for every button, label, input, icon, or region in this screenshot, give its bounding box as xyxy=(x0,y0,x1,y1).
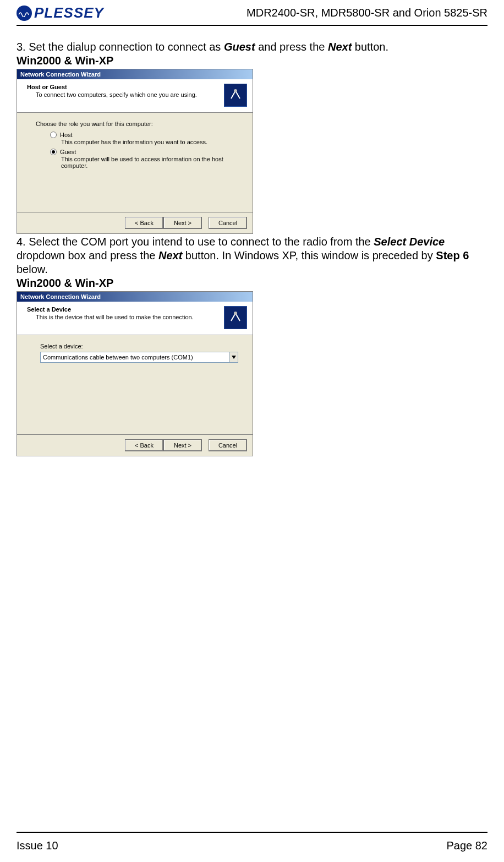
footer-rule xyxy=(17,832,487,833)
step3-mid: and press the xyxy=(255,41,328,53)
wizard2-header: Select a Device This is the device that … xyxy=(17,302,253,335)
network-wizard-icon xyxy=(224,84,247,107)
step3-suffix: button. xyxy=(352,41,388,53)
wizard2-titlebar: Network Connection Wizard xyxy=(17,292,253,302)
device-select-value: Communications cable between two compute… xyxy=(41,354,229,361)
radio-filled-icon xyxy=(50,149,57,155)
step4-step6: Step 6 xyxy=(436,249,469,261)
wizard2-subheading: This is the device that will be used to … xyxy=(36,314,224,320)
cancel-button[interactable]: Cancel xyxy=(209,439,247,451)
radio-host[interactable]: Host xyxy=(50,132,237,138)
step3-guest: Guest xyxy=(224,41,255,53)
page-footer: Issue 10 Page 82 xyxy=(17,832,487,852)
wizard1-header: Host or Guest To connect two computers, … xyxy=(17,79,253,113)
step4-mid2: button. In Windows XP, this window is pr… xyxy=(182,249,436,261)
wizard1-footer: < Back Next > Cancel xyxy=(17,212,253,233)
model-list: MDR2400-SR, MDR5800-SR and Orion 5825-SR xyxy=(246,7,487,19)
wizard1-prompt: Choose the role you want for this comput… xyxy=(36,121,237,127)
step3-text: 3. Set the dialup connection to connect … xyxy=(17,40,487,54)
page-number: Page 82 xyxy=(446,839,487,852)
back-button[interactable]: < Back xyxy=(125,217,163,229)
wizard1-subheading: To connect two computers, specify which … xyxy=(36,91,224,98)
radio-guest-desc: This computer will be used to access inf… xyxy=(61,156,237,169)
step3-os-label: Win2000 & Win-XP xyxy=(17,54,487,68)
step4-prefix: 4. Select the COM port you intend to use… xyxy=(17,236,374,248)
radio-guest-label: Guest xyxy=(60,149,76,155)
radio-unfilled-icon xyxy=(50,132,57,138)
step4-text: 4. Select the COM port you intend to use… xyxy=(17,235,487,276)
wizard-host-or-guest: Network Connection Wizard Host or Guest … xyxy=(17,69,253,234)
wizard1-titlebar: Network Connection Wizard xyxy=(17,69,253,79)
cancel-button[interactable]: Cancel xyxy=(209,217,247,229)
brand-logo: PLESSEY xyxy=(17,4,104,21)
step4-os-label: Win2000 & Win-XP xyxy=(17,276,487,290)
brand-mark-icon xyxy=(17,6,32,21)
step3-prefix: 3. Set the dialup connection to connect … xyxy=(17,41,224,53)
wizard1-heading: Host or Guest xyxy=(27,84,224,90)
device-select[interactable]: Communications cable between two compute… xyxy=(40,352,238,363)
svg-point-0 xyxy=(234,89,237,92)
step3-next: Next xyxy=(328,41,352,53)
issue-label: Issue 10 xyxy=(17,839,58,852)
step4-next: Next xyxy=(158,249,182,261)
step4-suffix: below. xyxy=(17,263,48,275)
step4-mid1: dropdown box and press the xyxy=(17,249,158,261)
next-button[interactable]: Next > xyxy=(163,439,202,451)
wizard2-footer: < Back Next > Cancel xyxy=(17,434,253,456)
page-header: PLESSEY MDR2400-SR, MDR5800-SR and Orion… xyxy=(17,0,487,24)
next-button[interactable]: Next > xyxy=(163,217,202,229)
radio-guest[interactable]: Guest xyxy=(50,149,237,155)
wizard1-body: Choose the role you want for this comput… xyxy=(17,113,253,212)
brand-name: PLESSEY xyxy=(34,4,104,21)
wizard-select-device: Network Connection Wizard Select a Devic… xyxy=(17,291,253,456)
radio-host-desc: This computer has the information you wa… xyxy=(61,139,237,145)
wizard2-heading: Select a Device xyxy=(27,306,224,313)
wizard2-body: Select a device: Communications cable be… xyxy=(17,335,253,434)
step4-select-device: Select Device xyxy=(374,236,445,248)
svg-point-1 xyxy=(234,312,237,315)
back-button[interactable]: < Back xyxy=(125,439,163,451)
chevron-down-icon xyxy=(229,352,238,362)
select-device-label: Select a device: xyxy=(40,343,237,350)
network-wizard-icon xyxy=(224,306,247,329)
radio-host-label: Host xyxy=(60,132,73,138)
header-rule xyxy=(17,25,487,26)
